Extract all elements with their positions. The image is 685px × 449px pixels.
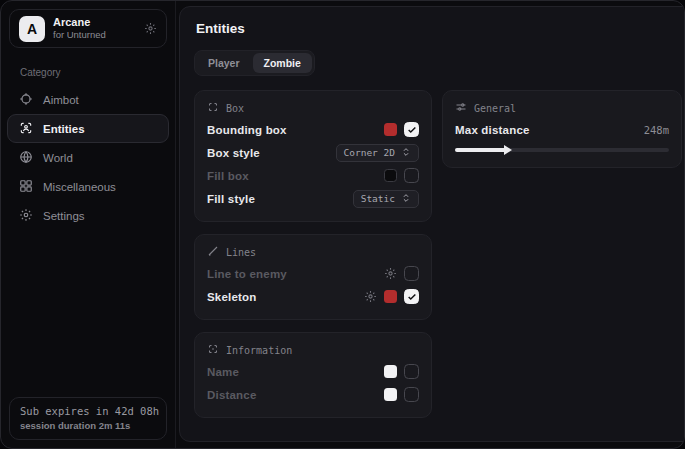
setting-row-fill-box: Fill box	[207, 164, 419, 187]
sidebar-item-world[interactable]: World	[7, 143, 169, 172]
box-card-header: Box	[207, 101, 419, 115]
chevrons-up-down-icon	[401, 193, 411, 205]
subscription-box: Sub expires in 42d 08h session duration …	[9, 397, 167, 440]
setting-label: Skeleton	[207, 291, 257, 303]
sidebar-item-entities[interactable]: Entities	[7, 114, 169, 143]
sidebar-item-label: Settings	[43, 210, 85, 222]
fill-style-dropdown[interactable]: Static	[353, 190, 419, 208]
checkbox-unchecked[interactable]	[404, 266, 419, 281]
setting-label: Fill box	[207, 170, 249, 182]
card-title: Box	[226, 103, 244, 114]
general-card-header: General	[455, 101, 669, 115]
left-column: Box Bounding box Box style	[194, 90, 432, 418]
color-swatch-red[interactable]	[384, 123, 397, 136]
card-title: General	[474, 103, 516, 114]
crosshair-icon	[19, 92, 33, 108]
pencil-line-icon	[207, 245, 219, 259]
row-gear-icon[interactable]	[384, 267, 397, 280]
sidebar-item-label: Miscellaneous	[43, 181, 116, 193]
app-logo: A	[19, 16, 45, 42]
setting-label: Name	[207, 366, 239, 378]
page-title: Entities	[196, 21, 682, 36]
checkbox-checked[interactable]	[404, 122, 419, 137]
general-card: General Max distance 248m	[442, 90, 682, 168]
checkbox-unchecked[interactable]	[404, 364, 419, 379]
gear-icon	[19, 208, 33, 224]
setting-label: Line to enemy	[207, 268, 287, 280]
check-icon	[407, 125, 417, 135]
lines-card-header: Lines	[207, 245, 419, 259]
box-card: Box Bounding box Box style	[194, 90, 432, 222]
slider-fill	[455, 148, 506, 152]
sidebar-item-miscellaneous[interactable]: Miscellaneous	[7, 172, 169, 201]
color-swatch-black[interactable]	[384, 169, 397, 182]
sidebar-spacer	[1, 232, 175, 389]
sidebar-item-aimbot[interactable]: Aimbot	[7, 85, 169, 114]
setting-row-skeleton: Skeleton	[207, 285, 419, 308]
checkbox-checked[interactable]	[404, 289, 419, 304]
app-header-card: A Arcane for Unturned	[9, 9, 167, 48]
max-distance-row: Max distance 248m	[455, 122, 669, 138]
checkbox-unchecked[interactable]	[404, 168, 419, 183]
scan-person-icon	[19, 121, 33, 137]
color-swatch-white[interactable]	[384, 388, 397, 401]
row-gear-icon[interactable]	[364, 290, 377, 303]
lines-card: Lines Line to enemy Skeleton	[194, 234, 432, 320]
information-card-header: Information	[207, 343, 419, 357]
slider-thumb[interactable]	[504, 145, 512, 155]
color-swatch-red[interactable]	[384, 290, 397, 303]
max-distance-slider[interactable]	[455, 148, 669, 152]
setting-row-line-to-enemy: Line to enemy	[207, 262, 419, 285]
dropdown-value: Static	[361, 193, 395, 204]
header-gear-icon[interactable]	[144, 22, 157, 35]
dropdown-value: Corner 2D	[344, 147, 395, 158]
sidebar-item-label: World	[43, 152, 73, 164]
tab-zombie[interactable]: Zombie	[253, 53, 312, 73]
max-distance-value: 248m	[644, 124, 669, 136]
app-window: A Arcane for Unturned Category Aimbot En…	[0, 0, 685, 449]
setting-label: Max distance	[455, 124, 530, 136]
tab-bar: Player Zombie	[194, 50, 315, 76]
sidebar-item-label: Aimbot	[43, 94, 79, 106]
right-column: General Max distance 248m	[442, 90, 682, 168]
settings-content: Box Bounding box Box style	[194, 90, 682, 418]
setting-row-box-style: Box style Corner 2D	[207, 141, 419, 164]
category-label: Category	[20, 67, 175, 78]
chevrons-up-down-icon	[401, 147, 411, 159]
setting-row-name: Name	[207, 360, 419, 383]
card-title: Lines	[226, 247, 256, 258]
setting-label: Bounding box	[207, 124, 287, 136]
tab-player[interactable]: Player	[197, 53, 251, 73]
color-swatch-white[interactable]	[384, 365, 397, 378]
sidebar-item-settings[interactable]: Settings	[7, 201, 169, 230]
sidebar-nav: Aimbot Entities World Miscellaneous Sett…	[1, 83, 175, 232]
sub-expiry-text: Sub expires in 42d 08h	[20, 405, 156, 417]
app-name: Arcane	[53, 16, 106, 30]
main-area: Entities Player Zombie Box Bounding box	[176, 1, 685, 448]
scan-info-icon	[207, 343, 219, 357]
globe-icon	[19, 150, 33, 166]
box-select-icon	[207, 101, 219, 115]
sliders-icon	[455, 101, 467, 115]
sidebar: A Arcane for Unturned Category Aimbot En…	[1, 1, 176, 448]
information-card: Information Name Distance	[194, 332, 432, 418]
setting-row-bounding-box: Bounding box	[207, 118, 419, 141]
setting-label: Fill style	[207, 193, 255, 205]
check-icon	[407, 292, 417, 302]
main-panel: Entities Player Zombie Box Bounding box	[179, 6, 685, 442]
box-style-dropdown[interactable]: Corner 2D	[336, 144, 419, 162]
checkbox-unchecked[interactable]	[404, 387, 419, 402]
grid-icon	[19, 179, 33, 195]
setting-label: Box style	[207, 147, 260, 159]
app-meta: Arcane for Unturned	[53, 16, 106, 42]
card-title: Information	[226, 345, 292, 356]
setting-row-distance: Distance	[207, 383, 419, 406]
session-duration-text: session duration 2m 11s	[20, 420, 156, 431]
setting-row-fill-style: Fill style Static	[207, 187, 419, 210]
sidebar-item-label: Entities	[43, 123, 85, 135]
setting-label: Distance	[207, 389, 257, 401]
app-subtitle: for Unturned	[53, 29, 106, 41]
